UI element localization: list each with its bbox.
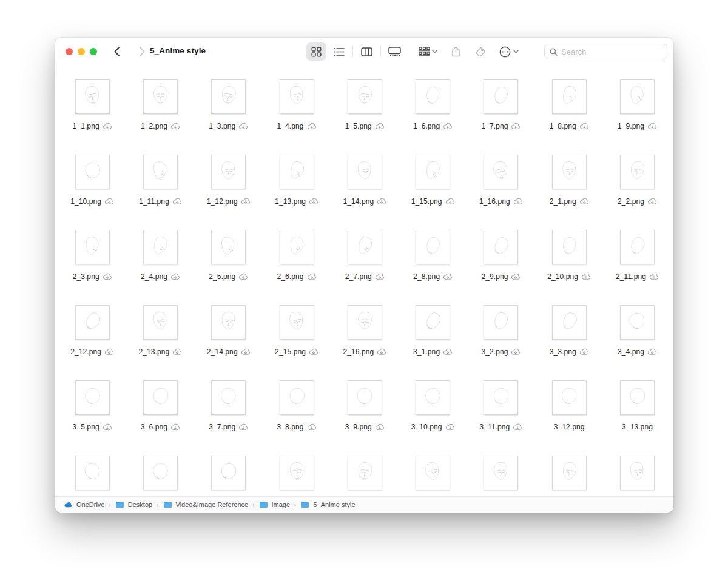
file-thumbnail[interactable] [280,79,314,114]
file-thumbnail[interactable] [75,305,110,340]
file-item[interactable]: 1_13.png [263,155,331,230]
file-item[interactable]: 1_14.png [331,155,399,230]
breadcrumb-item[interactable]: Image [259,501,291,508]
file-item[interactable]: 2_7.png [331,230,399,305]
file-thumbnail[interactable] [280,155,314,189]
breadcrumb-item[interactable]: 5_Anime style [300,501,355,508]
file-thumbnail[interactable] [143,155,178,189]
file-item[interactable] [195,456,263,496]
file-item[interactable] [331,456,399,496]
zoom-window-button[interactable] [90,48,97,55]
file-item[interactable]: 2_6.png [263,230,331,305]
file-thumbnail[interactable] [552,380,587,415]
file-item[interactable] [399,456,467,496]
file-item[interactable] [467,456,535,496]
file-item[interactable]: 3_11.png [467,380,535,456]
file-thumbnail[interactable] [620,380,655,415]
file-thumbnail[interactable] [484,456,518,490]
file-item[interactable]: 2_12.png [58,305,126,380]
file-item[interactable]: 3_4.png [603,305,671,380]
file-thumbnail[interactable] [416,155,450,189]
file-thumbnail[interactable] [280,305,314,340]
file-thumbnail[interactable] [484,155,518,189]
file-item[interactable]: 2_11.png [603,230,671,305]
file-thumbnail[interactable] [75,456,110,490]
file-item[interactable]: 2_16.png [331,305,399,380]
file-thumbnail[interactable] [416,305,450,340]
file-thumbnail[interactable] [416,380,450,415]
gallery-view-button[interactable] [385,42,405,61]
file-thumbnail[interactable] [620,456,655,490]
forward-button[interactable] [134,43,150,60]
file-thumbnail[interactable] [620,155,655,189]
file-thumbnail[interactable] [211,380,246,415]
file-item[interactable]: 1_9.png [603,79,671,155]
file-thumbnail[interactable] [348,79,382,114]
file-thumbnail[interactable] [143,230,178,264]
file-item[interactable]: 2_5.png [195,230,263,305]
file-thumbnail[interactable] [552,79,587,114]
file-item[interactable] [263,456,331,496]
file-item[interactable]: 2_2.png [603,155,671,230]
file-thumbnail[interactable] [348,456,382,490]
file-thumbnail[interactable] [143,456,178,490]
file-thumbnail[interactable] [416,79,450,114]
file-item[interactable]: 3_8.png [263,380,331,456]
file-thumbnail[interactable] [416,230,450,264]
file-item[interactable]: 2_15.png [263,305,331,380]
file-thumbnail[interactable] [75,79,110,114]
file-item[interactable]: 3_3.png [535,305,603,380]
tag-button[interactable] [471,42,491,61]
file-thumbnail[interactable] [416,456,450,490]
back-button[interactable] [109,43,124,60]
share-button[interactable] [446,42,466,61]
file-item[interactable]: 1_12.png [195,155,263,230]
file-item[interactable] [58,456,126,496]
file-item[interactable]: 3_12.png [535,380,603,456]
file-item[interactable] [603,456,671,496]
file-thumbnail[interactable] [75,155,110,189]
file-item[interactable]: 1_3.png [195,79,263,155]
file-item[interactable]: 2_14.png [195,305,263,380]
file-thumbnail[interactable] [484,305,518,340]
file-thumbnail[interactable] [143,79,178,114]
file-item[interactable]: 2_8.png [399,230,467,305]
file-thumbnail[interactable] [348,380,382,415]
file-thumbnail[interactable] [620,79,655,114]
file-item[interactable]: 1_7.png [467,79,535,155]
file-item[interactable]: 3_7.png [195,380,263,456]
file-thumbnail[interactable] [143,380,178,415]
file-thumbnail[interactable] [484,79,518,114]
breadcrumb-item[interactable]: OneDrive [64,501,104,508]
file-item[interactable]: 2_3.png [58,230,126,305]
file-item[interactable]: 1_10.png [58,155,126,230]
file-item[interactable]: 2_1.png [535,155,603,230]
file-item[interactable]: 3_2.png [467,305,535,380]
file-thumbnail[interactable] [620,305,655,340]
file-thumbnail[interactable] [484,230,518,264]
group-by-button[interactable] [414,42,441,61]
file-thumbnail[interactable] [280,230,314,264]
file-item[interactable]: 3_1.png [399,305,467,380]
file-thumbnail[interactable] [211,456,246,490]
file-item[interactable]: 1_16.png [467,155,535,230]
file-thumbnail[interactable] [552,230,587,264]
file-item[interactable] [535,456,603,496]
file-item[interactable] [126,456,194,496]
file-item[interactable]: 1_11.png [126,155,194,230]
file-item[interactable]: 1_8.png [535,79,603,155]
more-actions-button[interactable] [496,42,522,61]
breadcrumb-item[interactable]: Video&Image Reference [163,501,249,508]
file-item[interactable]: 3_5.png [58,380,126,456]
file-thumbnail[interactable] [211,155,246,189]
file-thumbnail[interactable] [348,230,382,264]
file-thumbnail[interactable] [211,230,246,264]
file-item[interactable]: 1_1.png [58,79,126,155]
file-item[interactable]: 1_4.png [263,79,331,155]
file-thumbnail[interactable] [211,305,246,340]
close-window-button[interactable] [66,48,73,55]
file-thumbnail[interactable] [280,456,314,490]
minimize-window-button[interactable] [78,48,85,55]
file-item[interactable]: 3_9.png [331,380,399,456]
search-field[interactable] [544,44,667,59]
